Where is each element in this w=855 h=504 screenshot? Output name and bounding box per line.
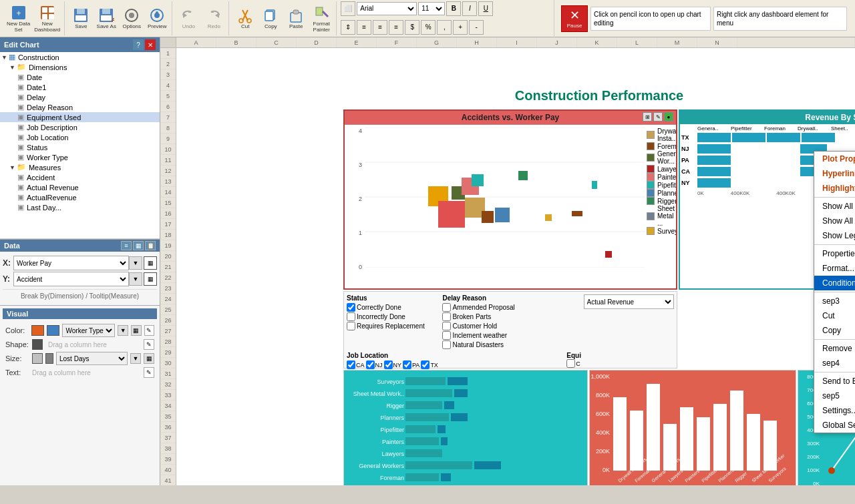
tree-item-actual-revenue2[interactable]: ▣ ActualRevenue bbox=[0, 192, 160, 202]
scatter-ctrl-btn2[interactable]: ✎ bbox=[653, 112, 663, 121]
tree-item-actual-rev[interactable]: ▣ Actual Revenue bbox=[0, 182, 160, 192]
tree-item-job-loc[interactable]: ▣ Job Location bbox=[0, 132, 160, 142]
tree-item-measures[interactable]: ▼ 📁 Measures bbox=[0, 162, 160, 172]
size-toggle-btn[interactable]: ⇕ bbox=[341, 20, 355, 35]
menu-properties[interactable]: Properties... Ctrl+T bbox=[814, 246, 855, 261]
text-placeholder[interactable]: Drag a column here bbox=[32, 369, 141, 376]
tree-item-construction[interactable]: ▼ ▦ Construction bbox=[0, 52, 160, 62]
delay-inclement-checkbox[interactable] bbox=[442, 331, 451, 340]
menu-send-back[interactable]: sep4 bbox=[814, 356, 855, 370]
delay-ammended-checkbox[interactable] bbox=[442, 303, 451, 312]
save-as-button[interactable]: A Save As bbox=[94, 3, 118, 35]
data-panel-btn3[interactable]: 📋 bbox=[145, 241, 156, 250]
text-edit-btn[interactable]: ✎ bbox=[144, 367, 154, 378]
menu-bring-front[interactable]: Remove bbox=[814, 341, 855, 356]
y-axis-grid[interactable]: ▦ bbox=[144, 272, 157, 286]
menu-format[interactable]: Format... bbox=[814, 261, 855, 276]
scatter-ctrl-btn1[interactable]: ⊞ bbox=[643, 112, 652, 121]
actual-rev-chart[interactable]: 1,000K 800K 600K 400K 200K 0K bbox=[589, 370, 796, 485]
x-axis-grid[interactable]: ▦ bbox=[144, 256, 157, 270]
italic-btn[interactable]: I bbox=[462, 1, 477, 16]
rev-employee-chart[interactable]: Surveyors Sheet Metal Work.. Rigger Plan… bbox=[343, 370, 588, 485]
tree-item-dimensions[interactable]: ▼ 📁 Dimensions bbox=[0, 62, 160, 72]
menu-remove[interactable]: Copy Delete bbox=[814, 323, 855, 338]
menu-check-updates[interactable]: Settings... bbox=[814, 403, 855, 418]
tree-item-accident[interactable]: ▣ Accident bbox=[0, 172, 160, 182]
menu-show-legend[interactable]: Show Legend bbox=[814, 228, 855, 243]
scatter-ctrl-btn3[interactable]: ● bbox=[664, 112, 673, 121]
font-family-select[interactable]: Arial bbox=[357, 2, 417, 15]
dollar-btn[interactable]: $ bbox=[405, 20, 419, 35]
pause-button[interactable]: ✕ Pause bbox=[561, 5, 588, 32]
cut-button[interactable]: Cut bbox=[233, 3, 257, 35]
data-panel-btn2[interactable]: ▦ bbox=[133, 241, 144, 250]
redo-button[interactable]: Redo bbox=[202, 3, 226, 35]
menu-highlight[interactable]: Highlight-ActualRevenue... bbox=[814, 181, 855, 196]
menu-condition[interactable]: Condition... ► K 400K bbox=[814, 276, 855, 290]
job-ny-check[interactable] bbox=[384, 360, 393, 369]
status-correctly-checkbox[interactable] bbox=[347, 303, 355, 312]
y-axis-dropdown[interactable]: ▼ bbox=[129, 272, 142, 286]
underline-btn[interactable]: U bbox=[478, 1, 493, 16]
size-select[interactable]: Lost Days bbox=[56, 352, 128, 365]
shape-edit-btn[interactable]: ✎ bbox=[144, 339, 154, 350]
bold-btn[interactable]: B bbox=[446, 1, 461, 16]
x-axis-select[interactable]: Worker Pay bbox=[13, 256, 129, 270]
undo-button[interactable]: Undo bbox=[176, 3, 200, 35]
color-grid-btn[interactable]: ▦ bbox=[131, 325, 142, 336]
tree-item-delay[interactable]: ▣ Delay bbox=[0, 92, 160, 102]
tree-item-status[interactable]: ▣ Status bbox=[0, 142, 160, 152]
menu-cut[interactable]: sep3 Ctrl+X bbox=[814, 294, 855, 308]
align-right-btn[interactable]: ≡ bbox=[389, 20, 403, 35]
scatter-chart[interactable]: Accidents vs. Worker Pay ⊞ ✎ ● 4 3 2 bbox=[343, 109, 677, 290]
size-dropdown-btn[interactable]: ▼ bbox=[130, 353, 141, 364]
y-axis-select[interactable]: Accident bbox=[13, 272, 129, 286]
align-left-btn2[interactable]: ≡ bbox=[357, 20, 371, 35]
menu-plot-properties[interactable]: Plot Properties... bbox=[814, 152, 855, 166]
color-edit-btn[interactable]: ✎ bbox=[144, 325, 155, 336]
color-dropdown-btn[interactable]: ▼ bbox=[118, 325, 128, 336]
size-grid-btn[interactable]: ▦ bbox=[144, 353, 154, 364]
menu-show-titles[interactable]: Show All Titles bbox=[814, 199, 855, 214]
equip-c-check[interactable] bbox=[566, 359, 575, 368]
dec-inc-btn[interactable]: + bbox=[453, 20, 468, 35]
copy-button[interactable]: Copy bbox=[259, 3, 283, 35]
tree-item-job-desc[interactable]: ▣ Job Description bbox=[0, 122, 160, 132]
font-size-select[interactable]: 11 bbox=[418, 2, 445, 15]
preview-button[interactable]: Preview bbox=[145, 3, 169, 35]
menu-copy[interactable]: Cut Ctrl+C bbox=[814, 308, 855, 323]
menu-global-settings[interactable]: sep5 bbox=[814, 389, 855, 403]
edit-chart-help-button[interactable]: ? bbox=[133, 39, 144, 50]
percent-btn[interactable]: % bbox=[421, 20, 436, 35]
job-nj-check[interactable] bbox=[366, 360, 375, 369]
tree-item-last-day[interactable]: ▣ Last Day... bbox=[0, 202, 160, 212]
tree-item-equip-used[interactable]: ▣ Equipment Used bbox=[0, 112, 160, 122]
break-by-area[interactable]: Break By(Dimension) / Tooltip(Measure) bbox=[3, 289, 157, 302]
data-panel-btn1[interactable]: ≡ bbox=[121, 241, 132, 250]
job-ca-check[interactable] bbox=[347, 360, 355, 369]
status-incorrectly-checkbox[interactable] bbox=[347, 312, 355, 321]
tree-item-delay-reason[interactable]: ▣ Delay Reason bbox=[0, 102, 160, 112]
format-painter-button[interactable]: FormatPainter bbox=[309, 3, 333, 35]
tree-item-worker-type[interactable]: ▣ Worker Type bbox=[0, 152, 160, 162]
menu-about-flash[interactable]: Global Settings... bbox=[814, 418, 855, 433]
paste-button[interactable]: Paste bbox=[284, 3, 308, 35]
save-button[interactable]: Save bbox=[69, 3, 93, 35]
delay-natural-checkbox[interactable] bbox=[442, 340, 451, 349]
delay-customer-checkbox[interactable] bbox=[442, 322, 451, 330]
options-button[interactable]: Options bbox=[120, 3, 144, 35]
new-dashboard-button[interactable]: NewDashboard bbox=[33, 3, 61, 35]
menu-show-axes[interactable]: Show All Axes bbox=[814, 214, 855, 228]
color-select[interactable]: Worker Type bbox=[62, 324, 115, 337]
job-tx-check[interactable] bbox=[421, 360, 430, 369]
job-pa-check[interactable] bbox=[403, 360, 411, 369]
shape-placeholder[interactable]: Drag a column here bbox=[48, 341, 141, 348]
revenue-select[interactable]: Actual Revenue bbox=[584, 294, 674, 309]
dec-dec-btn[interactable]: - bbox=[469, 20, 484, 35]
comma-btn[interactable]: , bbox=[437, 20, 452, 35]
tree-item-date[interactable]: ▣ Date bbox=[0, 72, 160, 82]
align-center-btn[interactable]: ≡ bbox=[373, 20, 387, 35]
menu-hyperlink[interactable]: Hyperlink-ActualRevenue... bbox=[814, 166, 855, 181]
edit-chart-close-button[interactable]: ✕ bbox=[145, 39, 156, 50]
new-dataset-button[interactable]: + New DataSet bbox=[5, 3, 31, 35]
